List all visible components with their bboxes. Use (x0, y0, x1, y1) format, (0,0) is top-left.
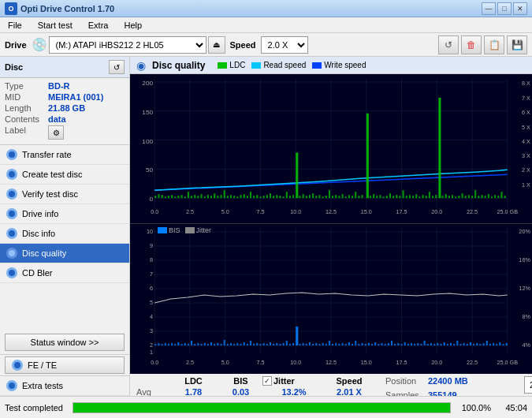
svg-text:20%: 20% (519, 229, 530, 235)
svg-rect-72 (335, 195, 337, 198)
svg-rect-51 (266, 195, 268, 198)
svg-rect-199 (253, 344, 255, 345)
svg-rect-27 (188, 192, 189, 198)
menu-extra[interactable]: Extra (84, 19, 113, 32)
menu-help[interactable]: Help (119, 19, 147, 32)
svg-rect-262 (459, 344, 461, 345)
svg-rect-203 (266, 344, 268, 345)
svg-text:2.5: 2.5 (186, 360, 194, 366)
jitter-checkbox[interactable]: ✓ (262, 376, 272, 386)
disc-refresh-button[interactable]: ↺ (109, 60, 125, 74)
speed-select[interactable]: 2.0 X 1.0 X 4.0 X (261, 36, 308, 54)
svg-rect-100 (429, 192, 430, 198)
position-row: Position 22400 MB (385, 376, 488, 386)
svg-rect-33 (207, 195, 209, 198)
copy-button[interactable]: 📋 (484, 35, 504, 54)
disc-type-row: Type BD-R (5, 81, 125, 91)
eject-button[interactable]: ⏏ (208, 36, 225, 54)
svg-rect-107 (452, 195, 453, 198)
legend-read-speed: Read speed (251, 61, 306, 69)
jitter-legend-color (185, 227, 195, 233)
main-content: Disc ↺ Type BD-R MID MEIRA1 (001) Length… (0, 57, 532, 396)
maximize-button[interactable]: □ (497, 2, 512, 15)
svg-text:0: 0 (150, 196, 154, 203)
disc-label-button[interactable]: ⚙ (48, 125, 64, 140)
nav-extra-tests[interactable]: Extra tests (0, 376, 129, 396)
drive-label: Drive (5, 40, 27, 50)
svg-rect-113 (471, 196, 473, 198)
svg-rect-17 (154, 196, 156, 198)
svg-rect-190 (224, 340, 225, 345)
svg-rect-89 (392, 196, 394, 198)
speed-select-right[interactable]: 2.0 X (524, 376, 532, 394)
avg-ldc: 1.78 (168, 387, 219, 396)
svg-rect-181 (194, 344, 195, 345)
save-button[interactable]: 💾 (507, 35, 527, 54)
nav-dot (6, 169, 17, 180)
svg-text:22.5: 22.5 (467, 360, 478, 366)
app-icon: O (5, 2, 17, 15)
svg-text:4%: 4% (522, 342, 530, 349)
svg-rect-210 (289, 344, 291, 345)
svg-rect-31 (201, 194, 203, 198)
svg-rect-196 (244, 342, 245, 345)
nav-verify-test-disc[interactable]: Verify test disc (0, 185, 129, 204)
nav-dot (6, 188, 17, 200)
svg-rect-101 (432, 196, 433, 198)
svg-rect-87 (386, 196, 388, 198)
fete-button[interactable]: FE / TE (5, 356, 125, 374)
svg-rect-48 (256, 195, 258, 198)
close-button[interactable]: ✕ (513, 2, 527, 15)
svg-text:7.5: 7.5 (256, 209, 264, 215)
svg-rect-252 (427, 344, 429, 345)
chart-title: Disc quality (152, 60, 205, 71)
nav-extra-tests-label: Extra tests (22, 381, 63, 390)
chart-legend: LDC Read speed Write speed (218, 61, 366, 69)
status-window-button[interactable]: Status window >> (5, 334, 125, 351)
nav-drive-info[interactable]: Drive info (0, 204, 129, 224)
svg-rect-47 (253, 196, 255, 198)
svg-text:1: 1 (150, 349, 153, 356)
drive-select[interactable]: (M:) ATAPI iHBS212 2 HL05 (49, 36, 206, 54)
svg-rect-82 (370, 196, 371, 198)
avg-jitter: 13.2% (262, 387, 326, 396)
svg-rect-263 (463, 343, 465, 345)
svg-rect-171 (162, 344, 163, 345)
erase-button[interactable]: 🗑 (461, 35, 482, 54)
svg-rect-212 (296, 327, 298, 345)
svg-rect-236 (374, 342, 376, 345)
menu-file[interactable]: File (3, 19, 27, 32)
svg-rect-256 (440, 344, 441, 345)
minimize-button[interactable]: — (482, 2, 496, 15)
svg-rect-75 (345, 196, 347, 198)
nav-transfer-rate[interactable]: Transfer rate (0, 145, 129, 165)
svg-rect-172 (165, 343, 166, 345)
svg-rect-85 (379, 195, 381, 198)
svg-rect-115 (478, 196, 479, 198)
svg-rect-93 (406, 196, 407, 198)
nav-cd-bler[interactable]: CD Bler (0, 263, 129, 283)
svg-rect-255 (437, 343, 438, 345)
charts-area: 200 150 100 50 0 0.0 2.5 5.0 7.5 10.0 12… (130, 74, 532, 374)
svg-rect-234 (368, 343, 370, 345)
svg-rect-102 (435, 195, 437, 198)
menu-start-test[interactable]: Start test (33, 19, 77, 32)
legend-write-speed: Write speed (312, 61, 366, 69)
svg-rect-246 (407, 344, 409, 345)
disc-contents-label: Contents (5, 114, 48, 124)
nav-disc-quality[interactable]: Disc quality (0, 244, 129, 263)
svg-rect-35 (214, 193, 215, 198)
svg-text:7: 7 (150, 271, 153, 278)
disc-mid-value: MEIRA1 (001) (48, 92, 125, 102)
sidebar: Disc ↺ Type BD-R MID MEIRA1 (001) Length… (0, 57, 130, 396)
nav-disc-info[interactable]: Disc info (0, 224, 129, 244)
svg-rect-250 (420, 344, 422, 345)
svg-rect-193 (233, 344, 235, 345)
svg-rect-77 (352, 196, 353, 198)
nav-create-test-disc[interactable]: Create test disc (0, 165, 129, 185)
disc-contents-value: data (48, 114, 125, 124)
svg-rect-108 (455, 196, 456, 198)
svg-rect-232 (362, 343, 363, 345)
refresh-button[interactable]: ↺ (438, 35, 459, 54)
title-bar: O Opti Drive Control 1.70 — □ ✕ (0, 0, 532, 17)
